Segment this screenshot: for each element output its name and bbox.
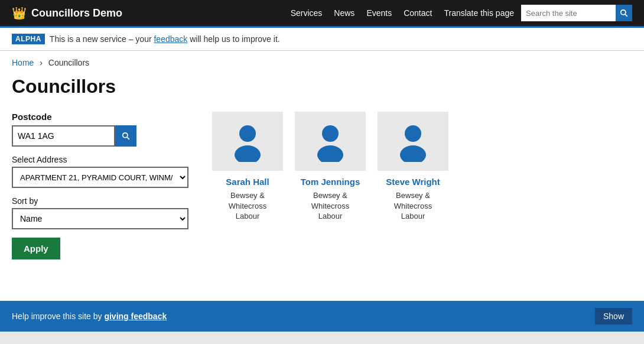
svg-point-5 [235,145,261,162]
breadcrumb-home[interactable]: Home [12,58,34,67]
search-icon [122,132,130,140]
councillor-card: Sarah Hall Bewsey & Whitecross Labour [212,112,283,220]
feedback-banner: Help improve this site by giving feedbac… [0,301,644,332]
svg-point-6 [322,125,339,142]
site-logo: 👑 Councillors Demo [12,6,122,20]
search-icon [620,9,628,17]
feedback-giving-link[interactable]: giving feedback [104,311,167,321]
breadcrumb-separator: › [40,58,43,67]
person-avatar-icon [230,121,265,162]
site-header: 👑 Councillors Demo Services News Events … [0,0,644,26]
footer: Visit us 📍 Council Offices Parminster Ro… [0,332,644,344]
crown-icon: 👑 [12,6,27,20]
svg-point-0 [621,10,626,15]
councillor-ward: Bewsey & Whitecross [378,190,448,212]
councillor-ward: Bewsey & Whitecross [212,190,283,212]
apply-button[interactable]: Apply [12,238,60,259]
svg-line-1 [625,14,627,17]
search-button[interactable] [616,5,632,21]
svg-line-3 [127,137,129,139]
site-title: Councillors Demo [31,7,122,20]
person-avatar-icon [313,121,348,162]
postcode-label: Postcode [12,112,188,122]
select-address-label: Select Address [12,155,188,164]
nav-contact[interactable]: Contact [404,8,432,18]
alpha-text: This is a new service – your feedback wi… [50,34,280,44]
councillor-avatar [378,112,448,171]
svg-point-8 [405,125,421,142]
councillor-avatar [295,112,366,171]
councillor-card: Tom Jennings Bewsey & Whitecross Labour [295,112,366,220]
feedback-text: Help improve this site by giving feedbac… [12,311,167,321]
councillor-party: Labour [378,212,448,220]
show-button[interactable]: Show [595,308,632,324]
search-input[interactable] [521,5,616,21]
councillor-name[interactable]: Steve Wright [378,177,448,187]
councillor-name[interactable]: Sarah Hall [212,177,283,187]
search-form [521,5,632,21]
translate-link[interactable]: Translate this page [444,8,514,18]
nav-news[interactable]: News [334,8,354,18]
nav-services[interactable]: Services [291,8,323,18]
alpha-badge: ALPHA [12,34,45,44]
feedback-link[interactable]: feedback [154,34,187,44]
councillor-party: Labour [212,212,283,220]
svg-point-4 [239,125,256,142]
councillor-avatar [212,112,283,171]
councillor-ward: Bewsey & Whitecross [295,190,366,212]
councillor-name[interactable]: Tom Jennings [295,177,366,187]
sort-select[interactable]: Name [12,208,188,229]
svg-point-7 [317,145,343,162]
nav-events[interactable]: Events [366,8,392,18]
svg-point-2 [123,133,128,138]
councillor-party: Labour [295,212,366,220]
main-content: Councillors Postcode Select Address APAR… [0,70,532,283]
councillors-grid: Sarah Hall Bewsey & Whitecross Labour To… [212,112,448,220]
sort-label: Sort by [12,196,188,206]
postcode-search-button[interactable] [115,125,136,147]
svg-point-9 [400,145,426,162]
page-title: Councillors [12,76,520,98]
councillor-card: Steve Wright Bewsey & Whitecross Labour [378,112,448,220]
main-nav: Services News Events Contact [291,8,432,18]
postcode-row [12,125,188,147]
filter-panel: Postcode Select Address APARTMENT 21, PY… [12,112,188,259]
breadcrumb: Home › Councillors [0,51,644,70]
postcode-input[interactable] [12,125,115,147]
address-select[interactable]: APARTMENT 21, PYRAMID COURT, WINM/ [12,167,188,188]
breadcrumb-current: Councillors [48,58,89,67]
person-avatar-icon [395,121,431,162]
alpha-banner: ALPHA This is a new service – your feedb… [0,26,644,51]
content-area: Postcode Select Address APARTMENT 21, PY… [12,112,520,259]
